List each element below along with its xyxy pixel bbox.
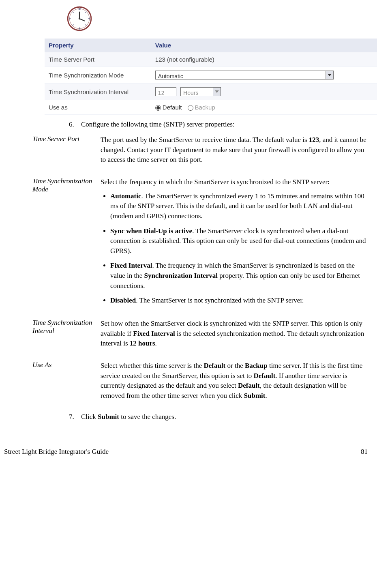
svg-point-16 <box>79 18 80 19</box>
svg-marker-18 <box>215 90 219 93</box>
list-item: Sync when Dial-Up is active. The SmartSe… <box>110 226 368 256</box>
prop-value: 123 (not configurable) <box>151 52 377 67</box>
step-6: 6. Configure the following time (SNTP) s… <box>69 120 368 129</box>
svg-text:3: 3 <box>89 17 90 20</box>
def-time-server-port: Time Server Port The port used by the Sm… <box>32 135 368 169</box>
interval-value-input[interactable]: 12 <box>155 87 176 96</box>
footer-page-number: 81 <box>361 448 368 456</box>
chevron-down-icon <box>213 88 221 96</box>
col-value: Value <box>151 39 377 52</box>
prop-label: Time Synchronization Interval <box>45 84 151 100</box>
table-row: Use as Default Backup <box>45 100 377 115</box>
interval-unit-select[interactable]: Hours <box>180 87 221 96</box>
table-row: Time Server Port 123 (not configurable) <box>45 52 377 67</box>
def-use-as: Use As Select whether this time server i… <box>32 361 368 405</box>
select-value: Automatic <box>158 73 183 79</box>
sync-mode-select[interactable]: Automatic <box>155 71 334 79</box>
useas-backup-radio[interactable]: Backup <box>188 104 215 111</box>
select-value: Hours <box>183 90 198 96</box>
table-row: Time Synchronization Mode Automatic <box>45 67 377 84</box>
col-property: Property <box>45 39 151 52</box>
radio-icon <box>188 105 193 111</box>
svg-marker-17 <box>328 74 332 76</box>
sntp-config-table: Property Value Time Server Port 123 (not… <box>45 39 377 115</box>
page-footer: Street Light Bridge Integrator's Guide 8… <box>0 442 392 460</box>
def-sync-mode: Time Synchronization Mode Select the fre… <box>32 177 368 311</box>
list-item: Automatic. The SmartServer is synchroniz… <box>110 191 368 221</box>
radio-icon <box>155 105 161 111</box>
list-item: Disabled. The SmartServer is not synchro… <box>110 296 368 306</box>
prop-label: Time Synchronization Mode <box>45 67 151 84</box>
table-row: Time Synchronization Interval 12 Hours <box>45 84 377 100</box>
chevron-down-icon <box>326 71 333 79</box>
svg-text:9: 9 <box>69 17 70 20</box>
svg-text:12: 12 <box>78 7 81 10</box>
step-7: 7. Click Submit to save the changes. <box>69 413 368 421</box>
useas-default-radio[interactable]: Default <box>155 104 184 111</box>
list-item: Fixed Interval. The frequency in which t… <box>110 261 368 291</box>
def-sync-interval: Time Synchronization Interval Set how of… <box>32 319 368 353</box>
prop-label: Use as <box>45 100 151 115</box>
footer-title: Street Light Bridge Integrator's Guide <box>4 448 109 456</box>
clock-icon: 12 3 6 9 <box>65 4 368 35</box>
prop-label: Time Server Port <box>45 52 151 67</box>
